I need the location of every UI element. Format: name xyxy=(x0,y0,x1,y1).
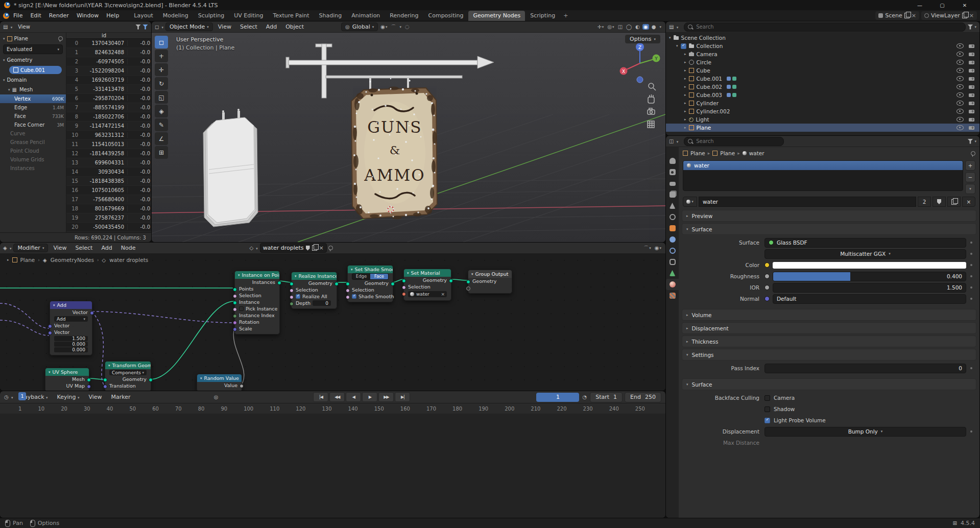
disable-render-icon[interactable] xyxy=(969,61,974,64)
add-workspace-button[interactable]: + xyxy=(560,11,571,20)
shader-button[interactable]: Glass BSDF xyxy=(764,238,966,248)
new-scene-icon[interactable] xyxy=(904,13,910,18)
remove-viewlayer-icon[interactable]: × xyxy=(969,12,974,19)
node-realize-instances[interactable]: ▾Realize Instances Geometry Selection Re… xyxy=(291,272,337,309)
roughness-slider[interactable]: 0.400 xyxy=(773,272,966,281)
hide-viewport-icon[interactable] xyxy=(957,60,964,65)
gizmo-negative-z-axis[interactable] xyxy=(637,77,643,83)
properties-tab[interactable] xyxy=(666,211,679,223)
light-probe-volume-checkbox[interactable] xyxy=(764,418,770,423)
socket-depth-in[interactable] xyxy=(290,302,294,306)
tool-scale[interactable]: ◱ xyxy=(155,91,168,104)
shading-wireframe-icon[interactable]: ◯ xyxy=(625,24,633,30)
spreadsheet-object[interactable]: ▾ Plane xyxy=(0,34,66,43)
socket-uvmap-out[interactable] xyxy=(87,385,91,389)
transport-button[interactable]: ▶▶ xyxy=(378,392,394,402)
hide-viewport-icon[interactable] xyxy=(957,52,964,57)
transform-mode-dropdown[interactable]: Components▾ xyxy=(109,370,147,375)
navigation-gizmo[interactable]: Z X Y xyxy=(620,43,660,83)
collection-row[interactable]: ▾ Collection xyxy=(666,42,979,50)
viewport-view-menu[interactable]: View xyxy=(214,22,235,31)
disable-render-icon[interactable] xyxy=(969,44,974,48)
displacement-dropdown[interactable]: Bump Only▾ xyxy=(764,427,966,437)
filter-toggle-icon[interactable] xyxy=(142,25,148,30)
zoom-icon[interactable] xyxy=(649,83,656,90)
search-input[interactable] xyxy=(695,138,780,145)
breadcrumb-object[interactable]: Plane xyxy=(690,150,705,156)
disable-render-icon[interactable] xyxy=(969,118,974,122)
pin-icon[interactable] xyxy=(58,36,63,41)
transport-button[interactable]: ▶ xyxy=(362,392,377,402)
node-vector-math-add[interactable]: ▾Add Vector Add▾ Vector Vector 1.500 0.0… xyxy=(50,301,92,355)
socket-selection-in[interactable] xyxy=(346,289,350,293)
shading-material-icon[interactable]: ◉ xyxy=(642,24,649,30)
editor-type-icon[interactable]: ▤ ▾ xyxy=(669,24,679,30)
socket-value-out[interactable] xyxy=(240,384,244,388)
nodetree-browse-icon[interactable]: ◇ ▾ xyxy=(249,245,258,251)
hide-viewport-icon[interactable] xyxy=(957,76,964,81)
vector-x-field[interactable]: 1.500 xyxy=(54,336,88,341)
node-add-menu[interactable]: Add xyxy=(98,244,115,252)
socket-points-in[interactable] xyxy=(233,287,237,292)
editor-type-icon[interactable]: ▤ ▾ xyxy=(3,24,13,30)
tool-move[interactable]: ✛ xyxy=(155,63,168,76)
unlink-scene-icon[interactable]: × xyxy=(912,12,916,19)
filter-funnel-icon[interactable] xyxy=(135,25,141,30)
socket-pick-instance-in[interactable] xyxy=(233,307,237,311)
socket-vector-out[interactable] xyxy=(90,311,94,315)
socket-material-in[interactable] xyxy=(402,292,406,296)
workspace-tab[interactable]: Animation xyxy=(347,11,385,21)
editor-type-icon[interactable]: ◫ ▾ xyxy=(669,138,679,144)
material-slot-list[interactable]: water xyxy=(683,160,963,191)
pass-index-field[interactable]: 0 xyxy=(764,364,966,373)
socket-scale-in[interactable] xyxy=(233,327,237,331)
viewlayer-selector[interactable]: ViewLayer × xyxy=(921,11,977,20)
workspace-tab[interactable]: Shading xyxy=(315,11,347,21)
properties-tab[interactable] xyxy=(666,279,679,290)
color-swatch[interactable] xyxy=(773,262,966,269)
node-node-menu[interactable]: Node xyxy=(117,244,139,252)
transport-button[interactable]: ◀◀ xyxy=(329,392,345,402)
tool-select-box[interactable]: ◻ xyxy=(155,36,168,49)
domain-toggle[interactable]: EdgeFace xyxy=(352,273,389,280)
node-instance-on-points[interactable]: ▾Instance on Points Instances Points Sel… xyxy=(234,271,280,334)
collection-checkbox[interactable] xyxy=(681,43,686,49)
tool-transform[interactable]: ◈ xyxy=(155,105,168,117)
start-frame-field[interactable]: Start1 xyxy=(590,392,623,402)
workspace-tab[interactable]: Geometry Nodes xyxy=(468,11,525,21)
panel-surface-settings[interactable]: ▾Surface xyxy=(682,378,976,390)
filter-dropdown-icon[interactable]: ▾ xyxy=(974,139,976,143)
socket-selection-in[interactable] xyxy=(402,285,406,290)
properties-tab[interactable] xyxy=(666,200,679,211)
properties-tab[interactable] xyxy=(666,223,679,234)
viewport-add-menu[interactable]: Add xyxy=(262,22,280,31)
socket-geometry-in[interactable] xyxy=(103,378,107,382)
geometry-nodes-modifier-icon[interactable] xyxy=(727,77,731,81)
workspace-tab[interactable]: Sculpting xyxy=(194,11,229,21)
snapping-dropdown-icon[interactable]: ▾ xyxy=(399,25,403,29)
hide-viewport-icon[interactable] xyxy=(957,43,964,49)
socket-instances-out[interactable] xyxy=(277,281,281,285)
domain-item[interactable]: Face733K xyxy=(0,112,66,121)
fake-user-icon[interactable] xyxy=(306,246,310,251)
ior-field[interactable]: 1.500 xyxy=(773,283,966,293)
timeline-ruler[interactable]: 1102030405060708090100110120130140150160… xyxy=(0,403,665,414)
shade-smooth-checkbox[interactable] xyxy=(352,294,356,299)
socket-geometry-in[interactable] xyxy=(290,282,294,286)
properties-tab[interactable] xyxy=(666,268,679,279)
outliner-object-row[interactable]: ▸ Circle xyxy=(666,58,979,66)
geometry-nodes-modifier-icon[interactable] xyxy=(727,85,731,89)
socket-geometry-out[interactable] xyxy=(334,282,339,286)
node-select-menu[interactable]: Select xyxy=(72,244,97,252)
scene-selector[interactable]: Scene × xyxy=(875,11,919,20)
properties-tab[interactable] xyxy=(666,256,679,268)
slot-specials-button[interactable]: ▾ xyxy=(965,184,975,194)
editor-type-icon[interactable]: ◻ ▾ xyxy=(155,24,164,30)
node-random-value[interactable]: ▾Random Value Value xyxy=(197,374,242,391)
menu-file[interactable]: File xyxy=(10,11,26,20)
shading-dropdown-icon[interactable]: ▾ xyxy=(658,25,662,29)
node-transform-geometry[interactable]: ▾Transform Geome... Components▾ Geometry… xyxy=(105,361,151,391)
marker-menu[interactable]: Marker xyxy=(108,393,134,401)
tool-annotate[interactable]: ✎ xyxy=(155,118,168,131)
realize-all-checkbox[interactable] xyxy=(296,294,300,299)
